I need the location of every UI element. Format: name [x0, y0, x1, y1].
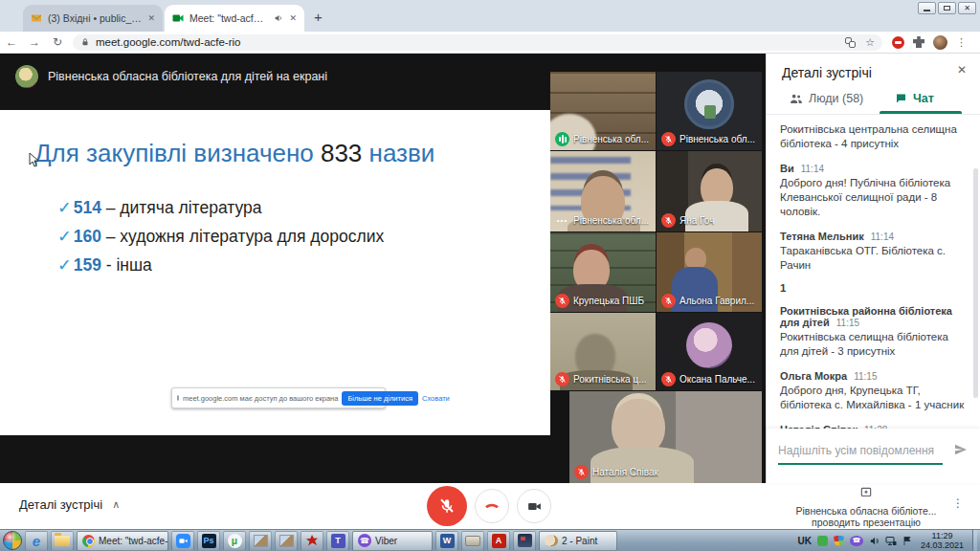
meeting-details-toggle[interactable]: Деталі зустрічі ∧	[19, 497, 120, 512]
reload-icon[interactable]: ↻	[46, 35, 69, 49]
image-viewer-icon[interactable]	[249, 531, 272, 551]
internet-explorer-icon[interactable]: e	[25, 531, 48, 551]
tab-chat-label: Чат	[913, 92, 934, 105]
photoshop-icon[interactable]: Ps	[197, 531, 220, 551]
presenting-name: Рівненська обласна бібліоте...	[785, 505, 947, 517]
bookmark-star-icon[interactable]: ☆	[865, 36, 875, 49]
language-indicator[interactable]: UK	[798, 536, 812, 546]
browser-tab-strip: (3) Вхідні • public_libr@ukr.net ✕ Meet:…	[0, 0, 980, 32]
tab-people[interactable]: Люди (58)	[790, 92, 863, 105]
action-center-flag-icon[interactable]	[902, 536, 912, 546]
hang-up-button[interactable]	[475, 489, 509, 523]
adobe-reader-icon[interactable]: A	[487, 531, 510, 551]
chat-message-list[interactable]: Рокитнівська центральна селищна бібліоте…	[767, 117, 980, 429]
green-tray-icon[interactable]	[817, 536, 828, 546]
translate-icon[interactable]	[845, 37, 856, 48]
minimize-button[interactable]	[918, 2, 936, 14]
adblock-extension-icon[interactable]	[892, 36, 904, 49]
presenting-menu-icon[interactable]: ⋮	[952, 496, 964, 510]
mic-muted-icon	[661, 294, 676, 308]
bar	[565, 137, 567, 143]
file-explorer-icon[interactable]	[51, 531, 74, 551]
new-tab-button[interactable]: +	[314, 9, 323, 26]
viber-glyph: ☎	[360, 537, 369, 545]
chat-scrollbar[interactable]	[973, 168, 978, 398]
mic-muted-icon	[555, 294, 569, 308]
hide-notice-link[interactable]: Сховати	[422, 394, 450, 403]
send-message-icon[interactable]	[953, 442, 969, 457]
phone-hangup-icon	[483, 497, 501, 515]
mic-off-icon	[438, 497, 456, 515]
adobe-glyph: A	[492, 534, 506, 548]
viber-tray-icon[interactable]: ☎	[850, 536, 863, 546]
close-panel-icon[interactable]: ✕	[957, 63, 967, 77]
presenting-status: Рівненська обласна бібліоте... проводить…	[785, 486, 947, 528]
message-text: Рокитнівська центральна селищна бібліоте…	[780, 122, 967, 151]
camera-button[interactable]	[517, 489, 551, 523]
chat-message: Рокитнівська центральна селищна бібліоте…	[780, 122, 967, 151]
panel-title: Деталі зустрічі	[782, 65, 872, 80]
zoom-app-icon[interactable]	[171, 531, 194, 551]
tab-chat[interactable]: Чат	[895, 92, 934, 105]
video-tile[interactable]: Рівненська обл...	[550, 72, 656, 150]
taskbar-chrome-button[interactable]: Meet: "twd-acfe-...	[77, 531, 168, 551]
mail-favicon	[31, 12, 42, 24]
video-tile[interactable]: Крупецька ПШБ	[550, 232, 656, 312]
address-bar[interactable]: meet.google.com/twd-acfe-rio ☆	[73, 34, 882, 51]
presenter-banner: Рівненська обласна бібліотека для дітей …	[15, 65, 327, 88]
url-text[interactable]: meet.google.com/twd-acfe-rio	[96, 36, 839, 48]
tab-audio-icon[interactable]	[274, 13, 283, 23]
printer-app-icon[interactable]	[461, 531, 484, 551]
volume-icon[interactable]	[869, 536, 880, 546]
chat-message: Ольга Мокра11:15 Доброго дня, Крупецька …	[780, 370, 967, 412]
taskbar-chrome-label: Meet: "twd-acfe-...	[99, 536, 168, 546]
extensions-puzzle-icon[interactable]	[913, 36, 924, 48]
close-icon[interactable]: ✕	[147, 13, 155, 23]
mic-muted-icon	[661, 372, 676, 386]
video-tile[interactable]: Рівненська обл...	[657, 72, 762, 150]
tab-meet[interactable]: Meet: "twd-acfe-rio" ✕	[165, 5, 304, 32]
word-icon[interactable]: W	[435, 531, 458, 551]
meeting-details-label: Деталі зустрічі	[19, 497, 102, 512]
video-tile[interactable]: Яна Гоч	[657, 151, 762, 231]
chat-message: Ви11:14 Доброго дня! Публічна бібліотека…	[780, 163, 967, 219]
mic-muted-icon	[574, 465, 589, 479]
check-icon: ✓	[57, 255, 72, 275]
message-sender: Рокитнівська районна бібліотека для діте…	[780, 305, 952, 328]
close-icon[interactable]: ✕	[289, 13, 297, 23]
video-tile[interactable]: Рокитнівська ц...	[550, 313, 656, 390]
network-display-icon[interactable]	[885, 536, 897, 546]
presenter-avatar	[15, 65, 38, 88]
red-app-icon[interactable]	[301, 531, 323, 551]
tab-mail[interactable]: (3) Вхідні • public_libr@ukr.net ✕	[23, 5, 163, 32]
start-button[interactable]	[3, 531, 22, 550]
participant-name: Крупецька ПШБ	[573, 296, 644, 306]
video-tile[interactable]: Оксана Пальче...	[657, 313, 762, 390]
printer-icon	[465, 536, 480, 546]
profile-avatar[interactable]	[933, 35, 947, 50]
teams-icon[interactable]: T	[326, 531, 349, 551]
dark-app-icon[interactable]	[513, 531, 536, 551]
taskbar-viber-button[interactable]: ☎ Viber	[352, 531, 433, 551]
image-viewer-icon[interactable]	[275, 531, 298, 551]
taskbar-clock[interactable]: 11:29 24.03.2021	[918, 531, 967, 550]
chat-message-input[interactable]	[778, 444, 941, 457]
close-window-button[interactable]: ✕	[958, 2, 976, 14]
photo-thumbnail-icon	[254, 535, 268, 547]
slide-title: Для закупівлі визначено 833 назви	[34, 139, 434, 168]
forward-icon[interactable]: →	[23, 35, 46, 49]
back-icon[interactable]: ←	[0, 35, 23, 49]
message-text: 1	[780, 282, 967, 294]
show-desktop-button[interactable]	[972, 530, 977, 551]
taskbar-paint-button[interactable]: 2 - Paint	[539, 531, 617, 551]
video-tile[interactable]: •••Рівненська обл...	[550, 151, 656, 231]
stop-sharing-button[interactable]: Більше не ділитися	[342, 391, 418, 406]
video-tile[interactable]: Альона Гаврил...	[657, 232, 762, 312]
video-tile[interactable]: Наталія Співак	[569, 391, 762, 483]
utorrent-icon[interactable]: µ	[223, 531, 246, 551]
browser-toolbar: ← → ↻ meet.google.com/twd-acfe-rio ☆ ⋮	[0, 32, 980, 54]
restore-button[interactable]	[938, 2, 956, 14]
mute-microphone-button[interactable]	[427, 486, 467, 526]
security-shield-icon[interactable]	[834, 536, 844, 546]
browser-menu-icon[interactable]: ⋮	[956, 36, 967, 49]
